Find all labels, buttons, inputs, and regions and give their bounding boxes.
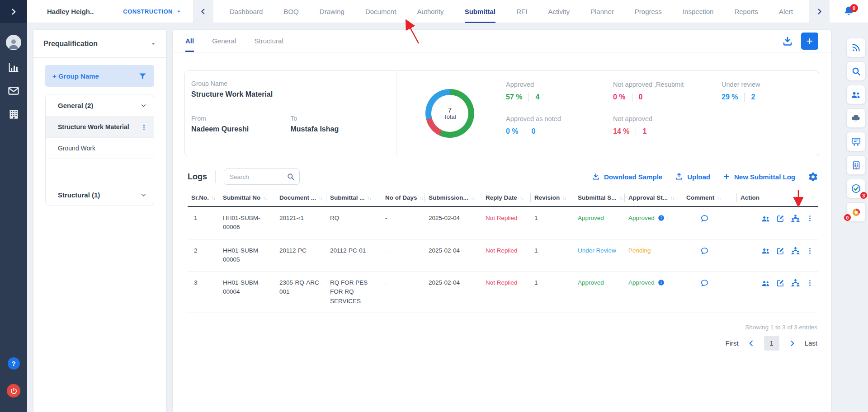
nav-tab-submittal[interactable]: Submittal <box>465 0 495 23</box>
comment-icon[interactable] <box>700 246 709 256</box>
row-menu-icon[interactable] <box>806 247 814 255</box>
search-icon[interactable] <box>287 173 295 181</box>
pagination-prev[interactable] <box>748 340 755 347</box>
table-settings-button[interactable] <box>808 172 818 182</box>
comment-icon[interactable] <box>700 278 709 288</box>
alerts-button[interactable]: 0 <box>846 202 866 222</box>
download-sample-button[interactable]: Download Sample <box>592 173 662 181</box>
col-submittal-status[interactable]: Submittal S...↑↓ <box>574 191 625 206</box>
cell-approval-status: Approved <box>625 272 683 313</box>
sort-icon[interactable]: ↑↓ <box>811 194 815 199</box>
pagination-next[interactable] <box>788 340 796 347</box>
group-item-ground-work[interactable]: Ground Work <box>46 137 154 159</box>
members-icon[interactable] <box>761 246 770 255</box>
edit-icon[interactable] <box>776 214 785 223</box>
sidebar-expand-button[interactable] <box>0 0 27 23</box>
info-icon[interactable] <box>658 279 665 286</box>
pagination-first[interactable]: First <box>725 339 738 347</box>
nav-tab-planner[interactable]: Planner <box>590 0 614 23</box>
analytics-icon[interactable] <box>7 61 20 74</box>
group-section-label: Structural (1) <box>58 191 100 199</box>
col-comment[interactable]: Comment↑↓ <box>683 191 737 206</box>
sort-icon[interactable]: ↑↓ <box>520 196 524 201</box>
members-icon[interactable] <box>761 279 770 288</box>
info-icon[interactable] <box>658 215 665 221</box>
members-icon[interactable] <box>761 214 770 223</box>
building-icon[interactable] <box>8 108 20 120</box>
workflow-icon[interactable] <box>791 278 800 288</box>
nav-tab-document[interactable]: Document <box>365 0 396 23</box>
sort-icon[interactable]: ↑↓ <box>263 196 267 201</box>
weather-button[interactable] <box>846 108 866 128</box>
sort-icon[interactable]: ↑↓ <box>717 196 721 201</box>
sort-icon[interactable]: ↑↓ <box>319 196 322 201</box>
filter-tab-all[interactable]: All <box>185 30 194 52</box>
pagination-page-1[interactable]: 1 <box>764 336 779 351</box>
nav-tab-progress[interactable]: Progress <box>635 0 662 23</box>
filter-tab-general[interactable]: General <box>212 30 236 52</box>
upload-button[interactable]: Upload <box>675 173 710 181</box>
col-action[interactable]: Action↑↓ <box>737 191 818 206</box>
notifications-button[interactable]: 0 <box>829 0 868 23</box>
pagination-last[interactable]: Last <box>805 339 817 347</box>
filter-tab-structural[interactable]: Structural <box>255 30 283 52</box>
comment-icon[interactable] <box>700 214 709 223</box>
sort-icon[interactable]: ↑↓ <box>619 196 623 201</box>
team-button[interactable] <box>846 85 866 104</box>
logout-button[interactable] <box>7 384 20 398</box>
item-menu-icon[interactable] <box>141 124 147 131</box>
nav-scroll-left-button[interactable] <box>193 0 213 23</box>
row-menu-icon[interactable] <box>806 215 814 222</box>
sort-icon[interactable]: ↑↓ <box>471 196 475 201</box>
category-selector[interactable]: Prequalification <box>33 30 166 58</box>
add-group-button[interactable]: + Group Name <box>45 65 154 87</box>
workflow-icon[interactable] <box>791 246 800 256</box>
cell-approval-status: Pending <box>625 239 683 272</box>
col-document-title[interactable]: Document ...↑↓ <box>276 191 326 206</box>
nav-tab-rfi[interactable]: RFI <box>516 0 527 23</box>
sort-icon[interactable]: ↑↓ <box>420 196 424 201</box>
nav-tab-boq[interactable]: BOQ <box>283 0 298 23</box>
approvals-button[interactable]: 3 <box>846 179 866 198</box>
add-submittal-group-button[interactable] <box>801 33 818 50</box>
col-submittal-title[interactable]: Submittal ...↑↓ <box>326 191 382 206</box>
edit-icon[interactable] <box>776 247 785 255</box>
workflow-icon[interactable] <box>791 214 800 223</box>
new-submittal-log-button[interactable]: New Submittal Log <box>723 173 795 181</box>
cell-submittal-title: RQ <box>326 206 382 239</box>
row-menu-icon[interactable] <box>806 279 814 287</box>
nav-tab-dashboard[interactable]: Dashboard <box>230 0 263 23</box>
col-approval-status[interactable]: Approval St...↑↓ <box>625 191 683 206</box>
search-input[interactable] <box>229 173 283 181</box>
col-reply-date[interactable]: Reply Date↑↓ <box>482 191 531 206</box>
download-icon[interactable] <box>782 36 793 47</box>
col-no-of-days[interactable]: No of Days↑↓ <box>382 191 425 206</box>
edit-icon[interactable] <box>776 279 785 287</box>
nav-tab-authority[interactable]: Authority <box>417 0 443 23</box>
meeting-button[interactable] <box>846 132 866 151</box>
search-button[interactable] <box>846 61 866 81</box>
sort-icon[interactable]: ↑↓ <box>562 196 566 201</box>
nav-tab-inspection[interactable]: Inspection <box>683 0 713 23</box>
col-sr-no[interactable]: Sr.No.↑↓ <box>188 191 219 206</box>
nav-tab-alert[interactable]: Alert <box>779 0 793 23</box>
help-button[interactable]: ? <box>8 357 20 370</box>
group-section-structural[interactable]: Structural (1) <box>46 184 154 206</box>
site-report-button[interactable] <box>846 155 866 175</box>
mail-icon[interactable] <box>7 84 20 97</box>
col-submittal-no[interactable]: Submittal No↑↓ <box>219 191 276 206</box>
nav-scroll-right-button[interactable] <box>809 0 829 23</box>
nav-tab-reports[interactable]: Reports <box>734 0 758 23</box>
sort-icon[interactable]: ↑↓ <box>368 196 371 201</box>
group-section-general[interactable]: General (2) <box>46 94 154 116</box>
nav-tab-drawing[interactable]: Drawing <box>320 0 344 23</box>
nav-tab-activity[interactable]: Activity <box>548 0 570 23</box>
col-submission-date[interactable]: Submission...↑↓ <box>425 191 482 206</box>
feed-button[interactable] <box>846 38 866 57</box>
module-selector[interactable]: CONSTRUCTION <box>111 8 193 15</box>
sort-icon[interactable]: ↑↓ <box>212 196 215 201</box>
user-avatar[interactable] <box>6 35 21 50</box>
group-item-structure-work-material[interactable]: Structure Work Material <box>46 116 154 137</box>
sort-icon[interactable]: ↑↓ <box>670 196 674 201</box>
col-revision[interactable]: Revision↑↓ <box>531 191 574 206</box>
